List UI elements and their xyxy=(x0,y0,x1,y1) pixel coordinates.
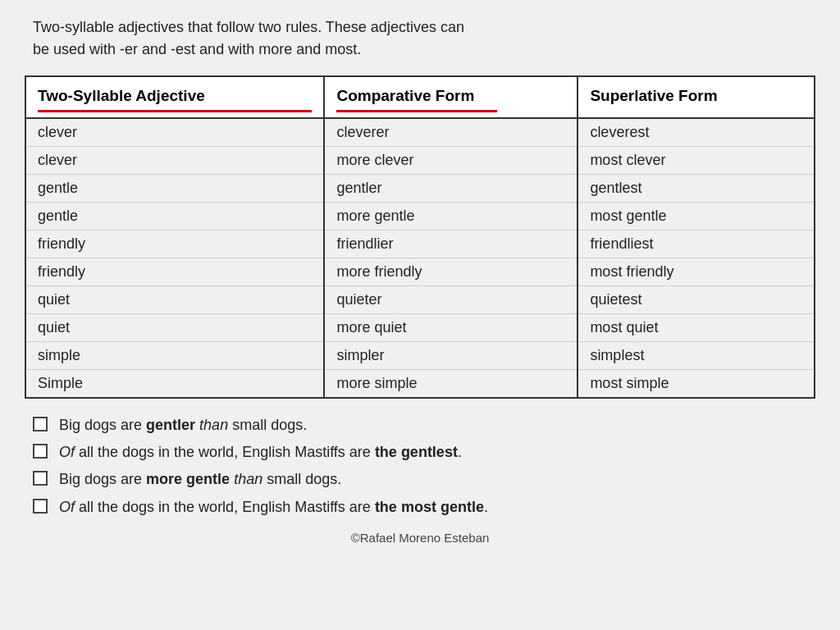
table-cell: friendly xyxy=(26,231,324,258)
table-cell: gentle xyxy=(26,203,324,231)
bullet-3-text: Big dogs are more gentle than small dogs… xyxy=(59,469,341,490)
bullet-2: Of all the dogs in the world, English Ma… xyxy=(33,442,815,463)
bold-more-gentle: more gentle xyxy=(146,471,230,487)
table-row: clevermore clevermost clever xyxy=(26,147,814,175)
table-cell: gentler xyxy=(324,175,578,203)
table-cell: clever xyxy=(26,118,324,147)
table-cell: simple xyxy=(26,342,324,370)
red-underline-col1 xyxy=(38,110,312,112)
bold-the-gentlest: the gentlest xyxy=(375,444,458,460)
red-underline-col2 xyxy=(336,110,496,112)
bold-the-most-gentle: the most gentle xyxy=(375,499,484,515)
table-cell: quieter xyxy=(324,286,578,314)
bullet-1-text: Big dogs are gentler than small dogs. xyxy=(59,415,307,436)
table-cell: gentlest xyxy=(578,175,814,203)
table-cell: more gentle xyxy=(324,203,578,231)
spacer-col3 xyxy=(590,110,802,112)
table-row: friendlymore friendlymost friendly xyxy=(26,258,814,286)
table-cell: quietest xyxy=(578,286,814,314)
table-cell: cleverer xyxy=(324,118,578,147)
table-cell: most simple xyxy=(578,370,814,398)
italic-than-2: than xyxy=(234,471,262,487)
table-cell: most clever xyxy=(578,147,814,175)
table-cell: friendlier xyxy=(324,231,578,258)
table-cell: simpler xyxy=(324,342,578,370)
bullet-4: Of all the dogs in the world, English Ma… xyxy=(33,497,815,518)
intro-line2: be used with -er and -est and with more … xyxy=(33,41,361,57)
bullet-4-text: Of all the dogs in the world, English Ma… xyxy=(59,497,488,518)
table-cell: most friendly xyxy=(578,258,814,286)
bullet-3: Big dogs are more gentle than small dogs… xyxy=(33,469,815,490)
table-cell: more simple xyxy=(324,370,578,398)
table-header-row: Two-Syllable Adjective Comparative Form … xyxy=(26,77,814,118)
table-cell: simplest xyxy=(578,342,814,370)
table-cell: more friendly xyxy=(324,258,578,286)
bullet-1: Big dogs are gentler than small dogs. xyxy=(33,415,815,436)
table-cell: clever xyxy=(26,147,324,175)
col-header-adjective: Two-Syllable Adjective xyxy=(26,77,324,118)
table-cell: quiet xyxy=(26,286,324,314)
table-cell: cleverest xyxy=(578,118,814,147)
bold-gentler: gentler xyxy=(146,417,195,433)
adjectives-table: Two-Syllable Adjective Comparative Form … xyxy=(26,77,814,397)
intro-line1: Two-syllable adjectives that follow two … xyxy=(33,19,464,35)
table-cell: most gentle xyxy=(578,203,814,231)
checkbox-icon-1 xyxy=(33,417,48,431)
table-row: gentlegentlergentlest xyxy=(26,175,814,203)
footer: ©Rafael Moreno Esteban xyxy=(25,531,815,545)
adjectives-table-wrapper: Two-Syllable Adjective Comparative Form … xyxy=(25,75,815,399)
table-row: simplesimplersimplest xyxy=(26,342,814,370)
col-header-superlative: Superlative Form xyxy=(578,77,814,118)
table-cell: friendliest xyxy=(578,231,814,258)
footer-text: ©Rafael Moreno Esteban xyxy=(351,531,490,545)
table-row: quietquieterquietest xyxy=(26,286,814,314)
table-cell: more quiet xyxy=(324,314,578,342)
italic-than-1: than xyxy=(199,417,228,433)
checkbox-icon-2 xyxy=(33,444,48,459)
table-row: Simplemore simplemost simple xyxy=(26,370,814,398)
table-cell: Simple xyxy=(26,370,324,398)
table-cell: quiet xyxy=(26,314,324,342)
italic-of-1: Of xyxy=(59,444,75,460)
intro-paragraph: Two-syllable adjectives that follow two … xyxy=(25,16,815,61)
table-cell: most quiet xyxy=(578,314,814,342)
table-row: quietmore quietmost quiet xyxy=(26,314,814,342)
table-row: gentlemore gentlemost gentle xyxy=(26,203,814,231)
checkbox-icon-4 xyxy=(33,499,48,514)
table-cell: gentle xyxy=(26,175,324,203)
table-body: clevercleverercleverestclevermore clever… xyxy=(26,118,814,397)
table-cell: more clever xyxy=(324,147,578,175)
main-container: Two-syllable adjectives that follow two … xyxy=(25,16,815,545)
table-cell: friendly xyxy=(26,258,324,286)
checkbox-icon-3 xyxy=(33,471,48,486)
italic-of-2: Of xyxy=(59,499,75,515)
table-row: clevercleverercleverest xyxy=(26,118,814,147)
bullets-list: Big dogs are gentler than small dogs. Of… xyxy=(25,415,815,518)
col-header-comparative: Comparative Form xyxy=(324,77,578,118)
table-row: friendlyfriendlierfriendliest xyxy=(26,231,814,258)
bullet-2-text: Of all the dogs in the world, English Ma… xyxy=(59,442,462,463)
